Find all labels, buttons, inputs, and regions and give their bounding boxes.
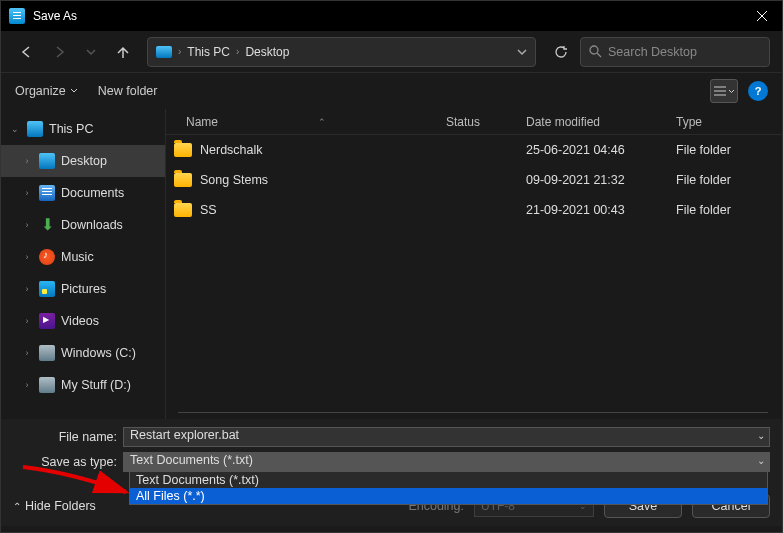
chevron-up-icon: ⌃ [13, 501, 21, 512]
organize-button[interactable]: Organize [15, 84, 78, 98]
filetype-option-txt[interactable]: Text Documents (*.txt) [130, 472, 767, 488]
folder-icon [174, 203, 192, 217]
hide-folders-button[interactable]: ⌃Hide Folders [13, 499, 96, 513]
column-status[interactable]: Status [446, 115, 526, 129]
chevron-down-icon[interactable]: ⌄ [757, 455, 765, 466]
column-headers: Name⌃ Status Date modified Type [166, 109, 782, 135]
arrow-right-icon [52, 45, 66, 59]
sort-indicator-icon: ⌃ [318, 117, 326, 127]
svg-point-0 [590, 46, 598, 54]
chevron-right-icon: › [236, 46, 239, 57]
folder-icon [174, 173, 192, 187]
list-icon [714, 86, 726, 96]
pc-icon [156, 46, 172, 58]
filetype-option-all[interactable]: All Files (*.*) [130, 488, 767, 504]
close-button[interactable] [742, 1, 782, 31]
column-name[interactable]: Name [186, 115, 218, 129]
chevron-down-icon[interactable]: ⌄ [757, 430, 765, 441]
filename-label: File name: [13, 430, 123, 444]
desktop-icon [39, 153, 55, 169]
titlebar: Save As [1, 1, 782, 31]
sidebar-this-pc[interactable]: ⌄This PC [1, 113, 165, 145]
close-icon [757, 11, 767, 21]
sidebar-item-videos[interactable]: ›Videos [1, 305, 165, 337]
chevron-right-icon: › [21, 316, 33, 326]
drive-icon [39, 345, 55, 361]
chevron-right-icon: › [21, 252, 33, 262]
drive-icon [39, 377, 55, 393]
divider [178, 412, 768, 413]
chevron-down-icon [70, 88, 78, 94]
chevron-down-icon: ⌄ [9, 124, 21, 134]
file-row[interactable]: Song Stems 09-09-2021 21:32 File folder [166, 165, 782, 195]
search-placeholder: Search Desktop [608, 45, 697, 59]
sidebar-item-documents[interactable]: ›Documents [1, 177, 165, 209]
refresh-icon [554, 45, 568, 59]
chevron-down-icon[interactable] [517, 48, 527, 56]
navbar: › This PC › Desktop Search Desktop [1, 31, 782, 73]
chevron-down-icon [728, 89, 735, 94]
app-icon [9, 8, 25, 24]
filename-input[interactable]: Restart explorer.bat⌄ [123, 427, 770, 447]
search-icon [589, 45, 602, 58]
sidebar-item-pictures[interactable]: ›Pictures [1, 273, 165, 305]
chevron-right-icon: › [21, 188, 33, 198]
videos-icon [39, 313, 55, 329]
breadcrumb-folder[interactable]: Desktop [245, 45, 289, 59]
folder-icon [174, 143, 192, 157]
sidebar-item-downloads[interactable]: ›⬇Downloads [1, 209, 165, 241]
breadcrumb-root[interactable]: This PC [187, 45, 230, 59]
chevron-down-icon [86, 48, 96, 56]
breadcrumb[interactable]: › This PC › Desktop [147, 37, 536, 67]
up-button[interactable] [109, 38, 137, 66]
chevron-right-icon: › [21, 284, 33, 294]
filetype-select[interactable]: Text Documents (*.txt)⌄ [123, 452, 770, 472]
filetype-dropdown: Text Documents (*.txt) All Files (*.*) [129, 471, 768, 505]
sidebar-item-drive-c[interactable]: ›Windows (C:) [1, 337, 165, 369]
sidebar-item-music[interactable]: ›Music [1, 241, 165, 273]
filetype-label: Save as type: [13, 455, 123, 469]
arrow-up-icon [116, 45, 130, 59]
chevron-right-icon: › [21, 348, 33, 358]
downloads-icon: ⬇ [39, 217, 55, 233]
chevron-right-icon: › [21, 156, 33, 166]
file-list: Name⌃ Status Date modified Type Nerdscha… [166, 109, 782, 419]
pictures-icon [39, 281, 55, 297]
column-type[interactable]: Type [676, 115, 782, 129]
refresh-button[interactable] [546, 37, 576, 67]
chevron-right-icon: › [178, 46, 181, 57]
help-button[interactable]: ? [748, 81, 768, 101]
file-row[interactable]: SS 21-09-2021 00:43 File folder [166, 195, 782, 225]
music-icon [39, 249, 55, 265]
search-input[interactable]: Search Desktop [580, 37, 770, 67]
back-button[interactable] [13, 38, 41, 66]
save-form: File name: Restart explorer.bat⌄ Save as… [1, 419, 782, 526]
new-folder-button[interactable]: New folder [98, 84, 158, 98]
toolbar: Organize New folder ? [1, 73, 782, 109]
forward-button[interactable] [45, 38, 73, 66]
sidebar-item-desktop[interactable]: ›Desktop [1, 145, 165, 177]
arrow-left-icon [20, 45, 34, 59]
file-row[interactable]: Nerdschalk 25-06-2021 04:46 File folder [166, 135, 782, 165]
sidebar-item-drive-d[interactable]: ›My Stuff (D:) [1, 369, 165, 401]
window-title: Save As [33, 9, 742, 23]
chevron-right-icon: › [21, 220, 33, 230]
documents-icon [39, 185, 55, 201]
view-button[interactable] [710, 79, 738, 103]
save-as-dialog: Save As › This PC › Desktop Search Deskt… [0, 0, 783, 533]
chevron-right-icon: › [21, 380, 33, 390]
sidebar: ⌄This PC ›Desktop ›Documents ›⬇Downloads… [1, 109, 166, 419]
recent-dropdown[interactable] [77, 38, 105, 66]
help-icon: ? [755, 85, 762, 97]
pc-icon [27, 121, 43, 137]
column-date[interactable]: Date modified [526, 115, 676, 129]
